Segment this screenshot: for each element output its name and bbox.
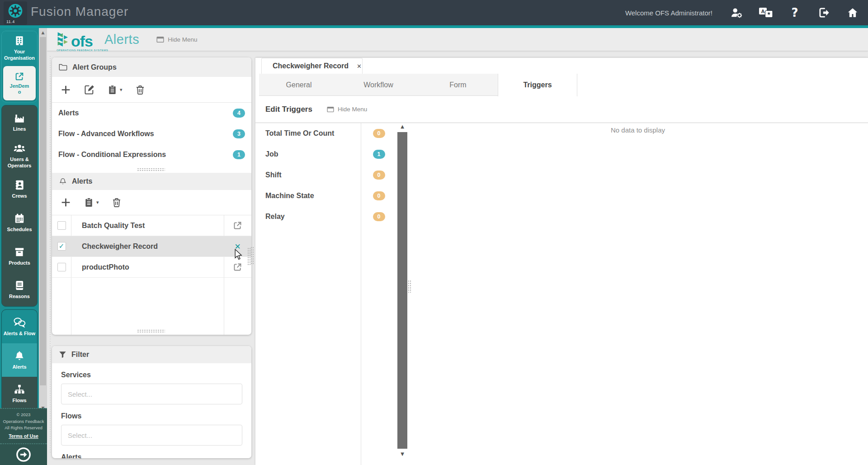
open-alert-icon[interactable] [224,221,251,230]
services-select[interactable] [61,384,242,404]
user-settings-icon[interactable] [730,5,744,20]
alert-groups-header: Alert Groups [52,57,251,77]
tab-general[interactable]: General [259,74,339,96]
caret-down-icon: ▾ [96,199,99,205]
hide-menu-label: Hide Menu [338,106,367,113]
row-checkbox[interactable] [57,263,66,271]
trigger-list-scrollbar[interactable]: ▲ ▼ [397,123,408,465]
ofs-logo-icon [57,31,70,47]
flows-label: Flows [61,412,242,420]
alert-list-actions-button[interactable]: ▾ [84,197,99,208]
window-icon [327,106,334,113]
tab-workflow[interactable]: Workflow [339,74,418,96]
group-row-label: Flow - Advanced Workflows [58,130,233,138]
sidebar-item-your-organisation[interactable]: Your Organisation [2,31,37,65]
sidebar-item-lines[interactable]: Lines [2,105,37,139]
trash-icon [111,197,122,208]
box-icon [14,246,25,258]
alert-row-batch-quality-test[interactable]: Batch Quality Test [52,215,251,236]
gear-logo-icon [8,3,23,19]
group-row-label: Alerts [58,109,233,117]
group-list-actions-button[interactable]: ▾ [107,84,123,95]
add-alert-button[interactable] [60,197,71,208]
filter-panel: Filter Services Flows Alerts [52,346,251,458]
row-checkbox-checked[interactable]: ✓ [57,242,66,251]
panel-resize-handle[interactable] [137,329,165,333]
column-resize-gutter[interactable] [49,55,52,453]
trigger-row-job[interactable]: Job 1 [255,144,397,165]
tab-form[interactable]: Form [418,74,498,96]
help-icon[interactable]: ? [788,5,802,20]
count-badge: 0 [373,212,385,221]
scrollbar-thumb[interactable] [397,132,407,449]
trigger-row-total-time-or-count[interactable]: Total Time Or Count 0 [255,123,397,144]
terms-of-use-link[interactable]: Terms of Use [9,433,38,439]
scroll-up-arrow[interactable]: ▲ [397,124,408,129]
delete-group-button[interactable] [135,84,146,95]
scroll-down-arrow[interactable]: ▼ [397,451,408,456]
alert-group-row[interactable]: Alerts 4 [52,103,251,123]
welcome-text: Welcome OFS Administrator! [625,9,712,17]
document-tab-checkweigher-record[interactable]: Checkweigher Record ✕ [261,58,363,74]
sidebar-item-crews[interactable]: Crews [2,172,37,206]
trigger-label: Shift [255,171,361,179]
sidebar-item-jendemo[interactable]: JenDemo [3,66,36,100]
translate-icon[interactable]: A [759,5,773,20]
address-book-icon [14,179,25,191]
trigger-row-shift[interactable]: Shift 0 [255,165,397,185]
scrollbar-thumb[interactable] [40,37,46,385]
sidebar-collapse-bar [0,443,47,465]
alert-group-row[interactable]: Flow - Conditional Expressions 1 [52,144,251,165]
sidebar-scrollbar[interactable]: ▲ ▼ [39,28,47,413]
alerts-toolbar: ▾ [52,190,251,215]
page-header: ofs OPERATIONS FEEDBACK SYSTEMS Alerts H… [47,28,868,51]
hide-menu-button[interactable]: Hide Menu [156,36,197,43]
ofs-logo-text: ofs [71,35,93,47]
sidebar-footer: © 2023 Operations Feedback All Rights Re… [0,408,47,443]
sidebar-item-label: Flows [12,398,26,404]
column-resize-handle[interactable] [250,247,254,265]
trigger-row-machine-state[interactable]: Machine State 0 [255,185,397,206]
row-checkbox[interactable] [57,221,66,230]
hide-menu-button[interactable]: Hide Menu [327,106,367,113]
count-badge: 4 [233,109,245,118]
filter-title: Filter [71,351,89,359]
sidebar-item-alerts[interactable]: Alerts [2,343,37,377]
alert-row-productphoto[interactable]: productPhoto [52,257,251,278]
sidebar-item-label: Crews [12,193,27,199]
flows-select[interactable] [61,425,242,446]
alert-group-row[interactable]: Flow - Advanced Workflows 3 [52,123,251,144]
scroll-up-arrow[interactable]: ▲ [39,29,47,36]
alerts-section-header: Alerts [52,173,251,190]
delete-alert-button[interactable] [111,197,122,208]
alert-row-label: Batch Quality Test [71,222,224,230]
edit-group-button[interactable] [84,84,95,95]
sitemap-icon [14,384,25,395]
filter-icon [59,351,66,359]
trigger-row-relay[interactable]: Relay 0 [255,206,397,227]
sidebar-item-schedules[interactable]: Schedules [2,206,37,239]
expand-arrow-button[interactable] [16,447,31,462]
tab-triggers[interactable]: Triggers [498,74,577,96]
sidebar-item-users-operators[interactable]: Users & Operators [2,139,37,172]
sidebar-item-reasons[interactable]: Reasons [2,273,37,306]
home-icon[interactable] [845,5,860,20]
clipboard-list-icon [84,197,94,208]
section-title: Edit Triggers [265,105,312,114]
hide-menu-label: Hide Menu [168,36,197,43]
clipboard-list-icon [107,84,118,95]
sidebar-item-products[interactable]: Products [2,239,37,273]
group-row-label: Flow - Conditional Expressions [58,151,233,159]
sidebar-item-alerts-flow[interactable]: Alerts & Flow [2,310,37,343]
add-group-button[interactable] [60,84,71,95]
logout-icon[interactable] [816,5,831,20]
workspace-tab-bar: General Workflow Form Triggers [259,74,577,96]
alert-row-label: productPhoto [71,263,224,271]
tab-close-icon[interactable]: ✕ [357,63,362,70]
app-version: 11.4 [6,19,15,24]
alert-row-checkweigher-record[interactable]: ✓ Checkweigher Record ✕ [52,236,251,257]
sidebar-item-label: JenDemo [9,83,30,95]
external-link-icon [14,71,24,81]
sidebar-item-flows[interactable]: Flows [2,377,37,410]
panel-resize-handle[interactable] [137,168,165,171]
